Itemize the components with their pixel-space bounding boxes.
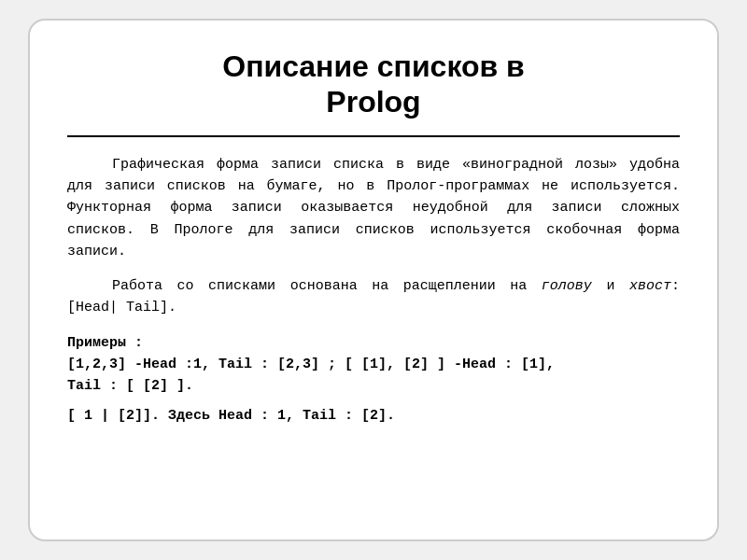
example-line-2: Tail : [ [2] ]. xyxy=(67,375,680,397)
examples-block: Примеры : [1,2,3] -Head :1, Tail : [2,3]… xyxy=(67,332,680,398)
page-title: Описание списков в Prolog xyxy=(67,49,680,120)
paragraph-1: Графическая форма записи списка в виде «… xyxy=(67,154,680,262)
example-line-1: [1,2,3] -Head :1, Tail : [2,3] ; [ [1], … xyxy=(67,354,680,375)
paragraph-2: Работа со списками основана на расщеплен… xyxy=(67,275,680,319)
last-line: [ 1 | [2]]. Здесь Head : 1, Tail : [2]. xyxy=(67,408,680,424)
title-divider xyxy=(67,135,680,137)
main-card: Описание списков в Prolog Графическая фо… xyxy=(28,19,719,541)
examples-label-line: Примеры : xyxy=(67,332,680,354)
